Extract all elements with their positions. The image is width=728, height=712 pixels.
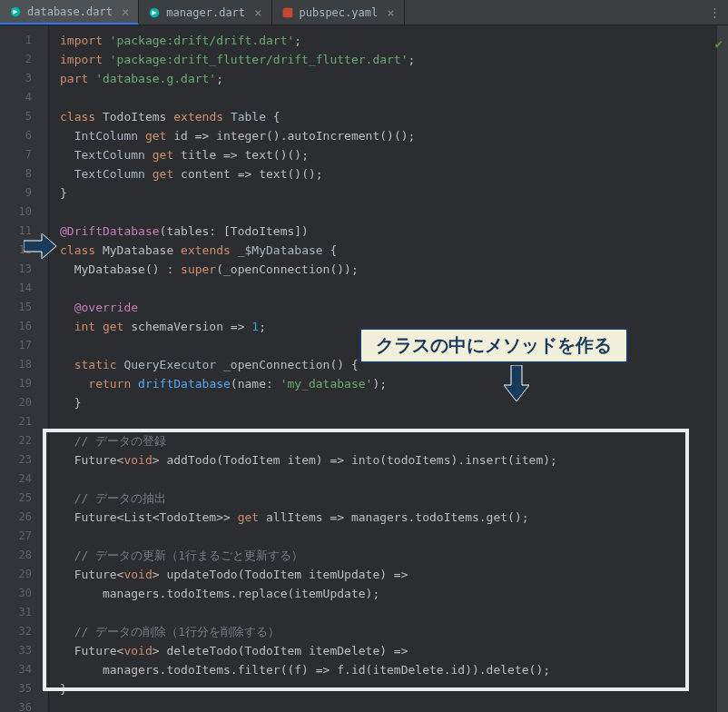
tab-database-dart[interactable]: database.dart × (0, 0, 139, 25)
status-check-icon: ✔ (715, 36, 723, 51)
line-number-gutter: 1 2 3 4 5 6 7 8 9 10 11 12 13 14 15 16 1… (0, 25, 49, 712)
tab-pubspec-yaml[interactable]: pubspec.yaml × (272, 0, 405, 25)
scrollbar[interactable] (717, 25, 728, 712)
editor: 1 2 3 4 5 6 7 8 9 10 11 12 13 14 15 16 1… (0, 25, 728, 712)
arrow-right-icon (24, 233, 56, 262)
arrow-down-icon (504, 365, 529, 404)
close-icon[interactable]: × (254, 5, 261, 20)
code-area[interactable]: import 'package:drift/drift.dart'; impor… (49, 25, 728, 712)
dart-file-icon (9, 5, 22, 18)
annotation-callout: クラスの中にメソッドを作る (359, 328, 628, 363)
editor-tab-bar: database.dart × manager.dart × pubspec.y… (0, 0, 728, 25)
svg-rect-2 (282, 7, 292, 17)
tab-label: database.dart (27, 5, 113, 18)
tab-manager-dart[interactable]: manager.dart × (139, 0, 271, 25)
close-icon[interactable]: × (122, 5, 129, 19)
tab-label: pubspec.yaml (300, 6, 379, 19)
tab-label: manager.dart (166, 6, 245, 19)
dart-file-icon (148, 6, 161, 19)
tab-overflow-menu[interactable]: ⋮ (702, 0, 728, 25)
yaml-file-icon (281, 6, 294, 19)
close-icon[interactable]: × (387, 5, 394, 20)
